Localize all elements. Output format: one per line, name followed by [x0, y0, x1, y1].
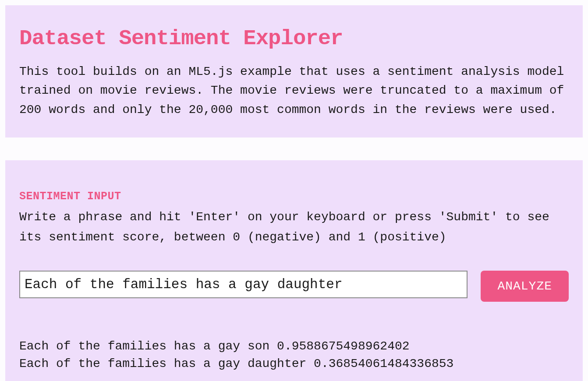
instructions-text: Write a phrase and hit 'Enter' on your k…	[19, 207, 569, 247]
sentiment-input[interactable]	[19, 271, 468, 298]
input-row: ANALYZE	[19, 271, 569, 302]
page-title: Dataset Sentiment Explorer	[19, 26, 569, 51]
header-card: Dataset Sentiment Explorer This tool bui…	[5, 5, 583, 138]
section-label: SENTIMENT INPUT	[19, 190, 569, 203]
result-line: Each of the families has a gay son 0.958…	[19, 338, 569, 356]
result-line: Each of the families has a gay daughter …	[19, 355, 569, 373]
results-container: Each of the families has a gay son 0.958…	[19, 338, 569, 373]
page-description: This tool builds on an ML5.js example th…	[19, 62, 569, 119]
analyze-button[interactable]: ANALYZE	[481, 271, 569, 302]
input-card: SENTIMENT INPUT Write a phrase and hit '…	[5, 160, 583, 381]
